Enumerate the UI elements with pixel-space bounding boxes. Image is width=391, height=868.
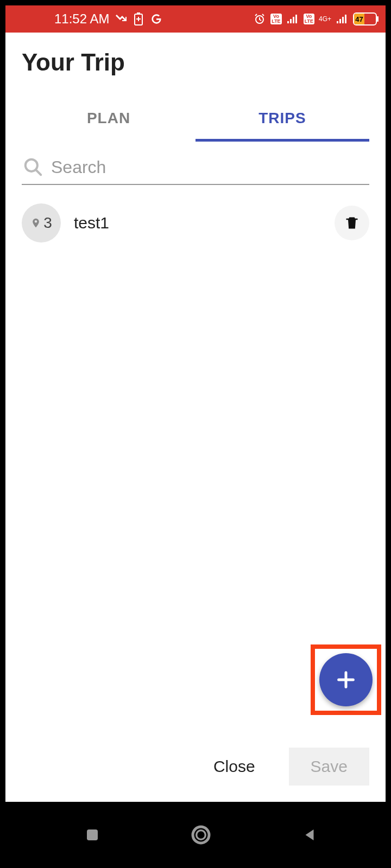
status-time: 11:52 AM bbox=[54, 11, 109, 27]
nav-recent-button[interactable] bbox=[76, 819, 109, 851]
trip-list: 3 test1 bbox=[22, 200, 369, 246]
svg-rect-4 bbox=[87, 829, 98, 840]
volte-icon-1: VoLTE bbox=[270, 14, 281, 24]
circle-icon bbox=[190, 824, 212, 846]
tab-plan[interactable]: PLAN bbox=[22, 98, 195, 142]
search-input[interactable] bbox=[51, 157, 369, 177]
plus-icon bbox=[335, 669, 357, 691]
nav-back-button[interactable] bbox=[293, 819, 326, 851]
footer-actions: Close Save bbox=[201, 748, 369, 786]
network-type-label: 4G+ bbox=[319, 16, 331, 22]
svg-point-6 bbox=[197, 831, 206, 840]
search-icon bbox=[22, 156, 45, 178]
status-right: VoLTE VoLTE 4G+ 47 bbox=[253, 12, 377, 25]
close-button[interactable]: Close bbox=[201, 748, 267, 786]
pin-icon bbox=[30, 216, 41, 230]
delete-trip-button[interactable] bbox=[335, 206, 369, 240]
svg-point-5 bbox=[193, 827, 209, 843]
volte-icon-2: VoLTE bbox=[304, 14, 314, 24]
tabs: PLAN TRIPS bbox=[22, 98, 369, 142]
triangle-back-icon bbox=[301, 827, 318, 843]
save-button[interactable]: Save bbox=[289, 748, 369, 786]
google-icon bbox=[149, 12, 163, 26]
trip-item[interactable]: 3 test1 bbox=[22, 200, 369, 246]
signal-icon-2 bbox=[336, 14, 349, 24]
svg-rect-1 bbox=[137, 12, 140, 14]
trip-pin-count: 3 bbox=[43, 214, 52, 232]
search-field[interactable] bbox=[22, 151, 369, 185]
add-trip-fab[interactable] bbox=[319, 653, 373, 706]
fab-highlight bbox=[311, 644, 381, 715]
battery-icon: 47 bbox=[353, 12, 377, 25]
tab-trips[interactable]: TRIPS bbox=[195, 98, 369, 142]
battery-saver-icon bbox=[133, 12, 144, 25]
status-bar: 11:52 AM VoLTE VoLTE bbox=[5, 5, 386, 33]
page-title: Your Trip bbox=[22, 49, 369, 76]
trash-icon bbox=[344, 214, 360, 232]
missed-call-icon bbox=[115, 12, 128, 25]
system-nav-bar bbox=[5, 802, 391, 868]
trip-pin-badge: 3 bbox=[22, 203, 61, 242]
signal-icon-1 bbox=[286, 14, 299, 24]
trip-name: test1 bbox=[74, 214, 109, 232]
nav-home-button[interactable] bbox=[185, 819, 217, 851]
alarm-icon bbox=[253, 12, 266, 25]
square-icon bbox=[84, 827, 100, 843]
status-left: 11:52 AM bbox=[54, 11, 163, 27]
